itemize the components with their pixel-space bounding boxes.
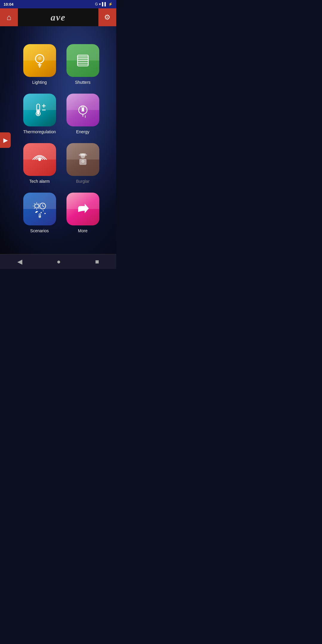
shutters-label: Shutters	[75, 80, 90, 85]
scenarios-icon-bg	[23, 193, 56, 225]
energy-label: Energy	[76, 129, 89, 134]
techalarm-icon-bg	[23, 143, 56, 176]
burglar-icon	[74, 151, 92, 168]
status-icons: G ▾ ▌▌ ⚡	[95, 2, 113, 6]
shutters-icon-bg	[66, 44, 99, 77]
google-icon: G	[95, 2, 98, 6]
scenarios-label: Scenarios	[30, 228, 49, 233]
side-arrow-button[interactable]: ▶	[0, 132, 11, 148]
header: ⌂ ave ⚙	[0, 8, 116, 26]
lighting-icon-bg	[23, 44, 56, 77]
shutters-item[interactable]: Shutters	[61, 44, 104, 85]
scenarios-icon	[31, 200, 49, 218]
status-bar: 10:04 G ▾ ▌▌ ⚡	[0, 0, 116, 8]
wifi-icon: ▾	[99, 2, 101, 6]
svg-line-43	[43, 206, 44, 207]
nav-recent-button[interactable]: ■	[89, 256, 105, 268]
settings-icon: ⚙	[104, 13, 111, 21]
more-item[interactable]: More	[61, 193, 104, 233]
app-logo: ave	[18, 12, 98, 23]
bottom-nav: ◀ ● ■	[0, 254, 116, 269]
thermoregulation-item[interactable]: Thermoregulation	[18, 94, 61, 134]
nav-back-button[interactable]: ◀	[11, 256, 28, 268]
home-icon: ⌂	[7, 13, 11, 22]
svg-point-31	[82, 160, 84, 162]
energy-icon-bg	[66, 94, 99, 126]
svg-point-15	[37, 112, 39, 115]
tech-alarm-icon	[31, 151, 49, 168]
svg-rect-22	[82, 108, 84, 111]
svg-point-5	[38, 56, 41, 60]
burglar-label: Burglar	[76, 179, 89, 184]
settings-button[interactable]: ⚙	[98, 8, 116, 26]
svg-line-38	[38, 208, 39, 209]
svg-point-32	[35, 204, 39, 208]
home-button[interactable]: ⌂	[0, 8, 18, 26]
main-content: ▶ Lighting	[0, 26, 116, 254]
tech-alarm-label: Tech alarm	[29, 179, 49, 184]
burglar-icon-bg	[66, 143, 99, 176]
tech-alarm-item[interactable]: Tech alarm	[18, 143, 61, 184]
svg-line-37	[34, 203, 35, 204]
status-time: 10:04	[4, 2, 13, 7]
svg-point-26	[38, 158, 41, 161]
more-label: More	[78, 228, 88, 233]
nav-home-button[interactable]: ●	[51, 256, 66, 268]
svg-point-45	[43, 210, 44, 211]
signal-icon: ▌▌	[102, 2, 107, 6]
lighting-item[interactable]: Lighting	[18, 44, 61, 85]
svg-line-39	[38, 203, 39, 204]
svg-rect-30	[80, 153, 86, 155]
scenarios-item[interactable]: Scenarios	[18, 193, 61, 233]
lighting-icon	[31, 52, 49, 69]
svg-point-44	[41, 212, 42, 213]
burglar-item[interactable]: Burglar	[61, 143, 104, 184]
lighting-label: Lighting	[32, 80, 47, 85]
shutters-icon	[74, 52, 92, 69]
more-icon-bg	[66, 193, 99, 225]
thermoregulation-icon	[31, 101, 49, 119]
arrow-right-icon: ▶	[3, 137, 8, 144]
svg-point-46	[44, 213, 46, 214]
app-grid: Lighting Shutters	[0, 26, 116, 254]
thermo-icon-bg	[23, 94, 56, 126]
energy-item[interactable]: Energy	[61, 94, 104, 134]
thermoregulation-label: Thermoregulation	[23, 129, 56, 134]
more-icon	[74, 200, 92, 218]
svg-line-40	[34, 208, 35, 209]
energy-icon	[74, 101, 92, 119]
battery-icon: ⚡	[108, 2, 113, 6]
